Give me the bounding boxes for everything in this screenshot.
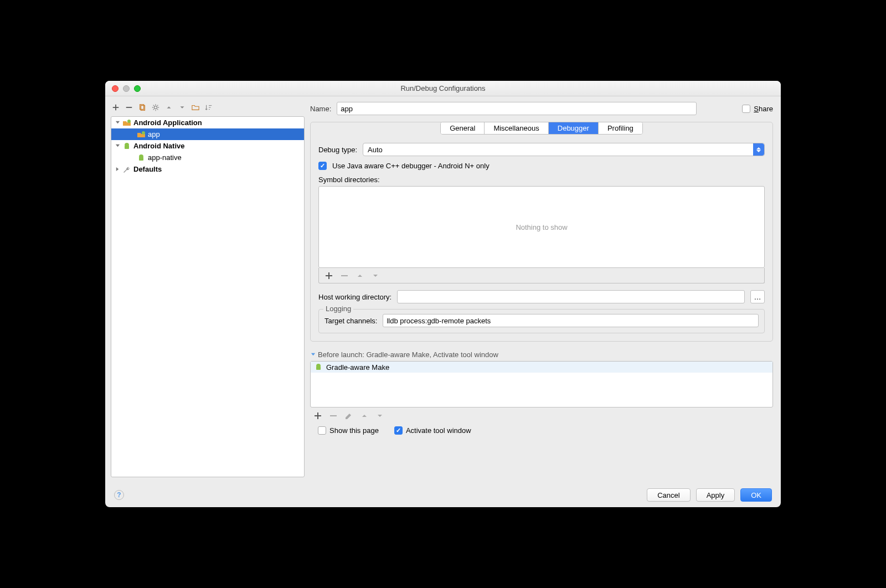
before-launch-item[interactable]: Gradle-aware Make <box>311 362 772 373</box>
tree-label: Defaults <box>133 165 162 173</box>
dialog-footer: ? Cancel Apply OK <box>105 483 781 507</box>
before-launch-header[interactable]: Before launch: Gradle-aware Make, Activa… <box>310 350 773 359</box>
name-row: Name: Share <box>310 102 773 115</box>
before-launch-item-label: Gradle-aware Make <box>326 363 389 372</box>
host-wd-label: Host working directory: <box>318 293 392 301</box>
tree-label: Android Native <box>133 142 184 150</box>
move-up-icon[interactable] <box>164 102 174 112</box>
symbol-dirs-toolbar <box>318 268 765 283</box>
window-title: Run/Debug Configurations <box>105 84 781 92</box>
host-wd-input[interactable] <box>397 290 745 303</box>
dialog-body: Android Application app Android Native a… <box>105 96 781 483</box>
share-checkbox[interactable] <box>742 105 750 113</box>
config-tree[interactable]: Android Application app Android Native a… <box>111 116 305 477</box>
show-page-option[interactable]: Show this page <box>318 426 379 435</box>
logging-fieldset: Logging Target channels: <box>318 309 765 333</box>
dialog-window: Run/Debug Configurations Android Applica… <box>105 81 781 507</box>
activate-tool-label: Activate tool window <box>406 426 471 435</box>
android-icon <box>314 363 323 372</box>
config-toolbar <box>111 102 305 116</box>
edit-icon[interactable] <box>344 411 353 420</box>
debug-type-select[interactable]: Auto <box>363 143 765 156</box>
bottom-options: Show this page Activate tool window <box>310 423 773 435</box>
share-option[interactable]: Share <box>742 105 773 113</box>
activate-tool-option[interactable]: Activate tool window <box>394 426 471 435</box>
apply-button[interactable]: Apply <box>696 488 735 502</box>
copy-icon[interactable] <box>137 102 147 112</box>
tree-node-android-native[interactable]: Android Native <box>111 140 304 152</box>
target-channels-input[interactable] <box>383 314 759 327</box>
add-icon[interactable] <box>111 102 121 112</box>
show-page-checkbox[interactable] <box>318 426 326 435</box>
remove-icon[interactable] <box>329 411 338 420</box>
tab-profiling[interactable]: Profiling <box>599 122 642 134</box>
tab-general[interactable]: General <box>441 122 485 134</box>
svg-rect-10 <box>330 415 337 416</box>
remove-icon[interactable] <box>340 271 349 280</box>
tab-bar: General Miscellaneous Debugger Profiling <box>311 122 772 135</box>
java-aware-label: Use Java aware C++ debugger - Android N+… <box>332 162 490 170</box>
settings-icon[interactable] <box>151 102 161 112</box>
before-launch-label: Before launch: Gradle-aware Make, Activa… <box>318 350 498 359</box>
tree-node-defaults[interactable]: Defaults <box>111 163 304 175</box>
tab-debugger[interactable]: Debugger <box>549 122 599 134</box>
before-launch-toolbar <box>310 409 773 423</box>
add-icon[interactable] <box>324 271 333 280</box>
debug-type-value: Auto <box>368 146 383 154</box>
main-panel: General Miscellaneous Debugger Profiling… <box>310 122 773 342</box>
add-icon[interactable] <box>313 411 322 420</box>
folder-icon[interactable] <box>190 102 200 112</box>
tab-miscellaneous[interactable]: Miscellaneous <box>485 122 548 134</box>
cancel-button[interactable]: Cancel <box>647 488 690 502</box>
android-app-icon <box>122 118 131 127</box>
svg-point-4 <box>127 120 131 123</box>
right-pane: Name: Share General Miscellaneous Debugg… <box>310 102 773 477</box>
dropdown-arrow-icon <box>753 143 764 156</box>
move-down-icon[interactable] <box>177 102 187 112</box>
help-button[interactable]: ? <box>114 490 124 500</box>
svg-rect-6 <box>125 145 129 149</box>
java-aware-checkbox[interactable] <box>318 162 327 170</box>
svg-rect-7 <box>139 157 143 161</box>
disclosure-closed-icon <box>115 167 120 172</box>
svg-rect-0 <box>126 107 132 108</box>
android-app-icon <box>137 130 146 139</box>
disclosure-open-icon <box>115 120 120 126</box>
before-launch-list[interactable]: Gradle-aware Make <box>310 361 773 408</box>
disclosure-open-icon <box>115 143 120 149</box>
logging-legend: Logging <box>323 305 353 313</box>
debugger-panel: Debug type: Auto Use Java aware C++ debu… <box>311 135 772 341</box>
move-up-icon[interactable] <box>360 411 369 420</box>
name-input[interactable] <box>337 102 697 115</box>
tree-label: Android Application <box>133 118 202 127</box>
tree-node-app-native[interactable]: app-native <box>111 152 304 163</box>
svg-point-5 <box>142 131 145 135</box>
titlebar: Run/Debug Configurations <box>105 81 781 96</box>
android-icon <box>137 153 146 162</box>
symbol-dirs-list[interactable]: Nothing to show <box>318 186 765 268</box>
tree-label: app-native <box>148 153 182 162</box>
empty-list-text: Nothing to show <box>516 223 567 231</box>
svg-point-3 <box>154 106 157 109</box>
symbol-dirs-label: Symbol directories: <box>318 176 765 184</box>
wrench-icon <box>122 165 131 174</box>
tree-label: app <box>148 130 160 138</box>
tree-node-android-application[interactable]: Android Application <box>111 117 304 128</box>
sort-icon[interactable] <box>204 102 214 112</box>
disclosure-open-icon <box>310 352 316 358</box>
left-pane: Android Application app Android Native a… <box>111 102 305 477</box>
svg-rect-8 <box>341 275 348 276</box>
target-channels-label: Target channels: <box>324 317 377 325</box>
tree-node-app[interactable]: app <box>111 128 304 140</box>
browse-button[interactable]: … <box>750 290 765 303</box>
name-label: Name: <box>310 105 331 113</box>
activate-tool-checkbox[interactable] <box>394 426 403 435</box>
show-page-label: Show this page <box>329 426 379 435</box>
move-down-icon[interactable] <box>371 271 380 280</box>
remove-icon[interactable] <box>124 102 134 112</box>
move-up-icon[interactable] <box>356 271 364 280</box>
move-down-icon[interactable] <box>375 411 384 420</box>
android-icon <box>122 142 131 151</box>
share-label: Share <box>754 105 773 113</box>
ok-button[interactable]: OK <box>740 488 772 502</box>
